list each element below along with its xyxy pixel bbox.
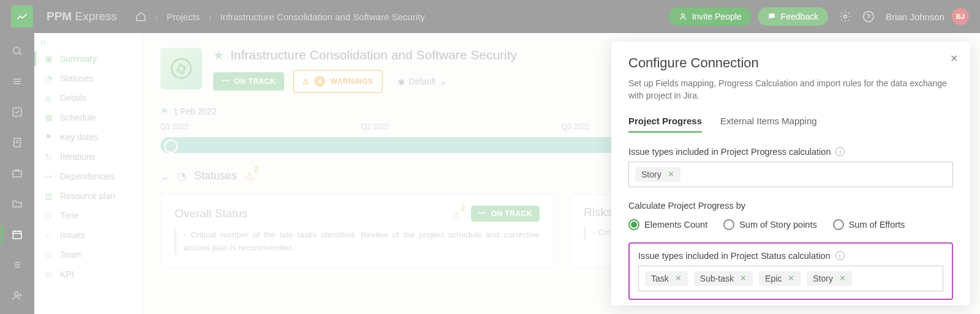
chip-epic[interactable]: Epic✕ <box>759 271 801 286</box>
collapse-sidebar-icon[interactable]: ‹‹ <box>40 37 46 47</box>
sidebar-item-label: Dependencies <box>60 171 115 181</box>
eye-icon: ◉ <box>398 77 405 86</box>
svg-point-2 <box>864 12 874 22</box>
sidebar-item-statuses[interactable]: ◔Statuses <box>34 69 143 88</box>
user-name[interactable]: Brian Johnson <box>886 12 944 22</box>
chevron-down-icon[interactable]: ⌄ <box>160 170 170 183</box>
summary-icon: ▣ <box>43 54 54 64</box>
invite-people-button[interactable]: Invite People <box>669 7 752 26</box>
warnings-count: 4 <box>314 76 325 87</box>
sidebar-item-summary[interactable]: ▣Summary <box>34 49 143 69</box>
sidebar-item-label: KPI <box>60 269 74 279</box>
sidebar-item-team[interactable]: ☺Team <box>34 245 143 264</box>
radio-story-points[interactable]: Sum of Story points <box>723 219 817 230</box>
chat-icon <box>767 12 776 21</box>
sidebar-item-label: Summary <box>60 54 97 64</box>
tab-project-progress[interactable]: Project Progress <box>628 116 702 133</box>
chevron-right-icon: › <box>208 12 211 22</box>
project-icon <box>160 48 202 89</box>
quarter-label: Q2 2022 <box>361 122 562 131</box>
chip-task[interactable]: Task✕ <box>645 271 688 286</box>
chip-story[interactable]: Story✕ <box>635 167 680 182</box>
rail-doc[interactable] <box>10 136 24 149</box>
sidebar-item-label: Schedule <box>60 113 96 122</box>
sidebar-item-issues[interactable]: ☆Issues <box>34 225 143 245</box>
sidebar-item-kpi[interactable]: ◎KPI <box>34 264 143 284</box>
sidebar-item-keydates[interactable]: ⚑Key dates <box>34 127 143 147</box>
remove-icon[interactable]: ✕ <box>740 274 747 283</box>
breadcrumb-current: Infrastructure Consolidation and Softwar… <box>220 12 424 22</box>
svg-point-9 <box>172 59 191 78</box>
remove-icon[interactable]: ✕ <box>839 274 846 283</box>
brand: PPM Express <box>47 10 117 23</box>
sidebar-item-label: Team <box>60 250 81 260</box>
rail-check[interactable] <box>10 105 24 119</box>
sidebar-item-details[interactable]: ≣Details <box>34 88 143 108</box>
sidebar-item-resource[interactable]: ▥Resource plan <box>34 186 143 206</box>
grid-icon: ▥ <box>43 191 54 201</box>
person-icon <box>679 12 687 21</box>
view-dropdown[interactable]: ◉ Default ⌄ <box>398 77 447 86</box>
rail-calendar[interactable] <box>10 228 24 241</box>
settings-icon[interactable] <box>839 10 851 23</box>
status-types-highlight: Issue types included in Project Status c… <box>628 242 953 300</box>
sidebar-item-label: Issues <box>60 230 85 240</box>
radio-sum-efforts[interactable]: Sum of Efforts <box>833 219 905 230</box>
sidebar-item-label: Iterations <box>60 152 96 162</box>
sidebar-item-time[interactable]: ◷Time <box>34 206 143 225</box>
card-status-pill[interactable]: 〰 ON TRACK <box>471 206 540 222</box>
svg-point-1 <box>844 15 847 18</box>
radio-elements-count[interactable]: Elements Count <box>628 219 707 230</box>
app-logo[interactable] <box>11 6 33 28</box>
rail-list[interactable] <box>10 258 24 272</box>
rail-search[interactable] <box>10 44 24 58</box>
clock-icon: ◷ <box>43 211 54 220</box>
avatar[interactable]: BJ <box>952 8 969 25</box>
status-pill-ontrack[interactable]: 〰 ON TRACK <box>213 72 284 91</box>
remove-icon[interactable]: ✕ <box>675 274 682 283</box>
panel-title: Configure Connection <box>628 55 953 71</box>
sidebar-item-label: Details <box>60 93 86 103</box>
close-icon[interactable]: ✕ <box>950 53 958 64</box>
configure-connection-panel: ✕ Configure Connection Set up Fields map… <box>611 42 970 305</box>
feedback-button[interactable]: Feedback <box>758 7 828 26</box>
sidebar-item-label: Resource plan <box>60 191 115 201</box>
svg-rect-4 <box>13 108 21 116</box>
help-icon[interactable] <box>862 10 875 23</box>
remove-icon[interactable]: ✕ <box>788 274 794 283</box>
info-icon[interactable]: i <box>835 147 845 156</box>
rail-user[interactable] <box>10 289 24 302</box>
status-types-input[interactable]: Task✕ Sub-task✕ Epic✕ Story✕ <box>638 266 943 291</box>
details-icon: ≣ <box>43 93 54 103</box>
svg-point-8 <box>15 292 18 296</box>
team-icon: ☺ <box>43 250 54 260</box>
chevron-right-icon: › <box>155 12 158 22</box>
rail-menu[interactable] <box>10 75 24 88</box>
progress-types-input[interactable]: Story✕ <box>628 162 953 187</box>
svg-point-0 <box>681 13 684 17</box>
sidebar-item-label: Statuses <box>60 73 93 83</box>
warning-icon: ⚠ <box>303 77 310 86</box>
sidebar-item-iterations[interactable]: ↻Iterations <box>34 147 143 166</box>
favorite-star-icon[interactable]: ★ <box>213 48 224 62</box>
sidebar-item-label: Key dates <box>60 132 98 142</box>
remove-icon[interactable]: ✕ <box>668 170 674 179</box>
radio-icon <box>833 219 844 230</box>
field-label-calc: Calculate Project Progress by <box>628 201 953 211</box>
breadcrumb-projects[interactable]: Projects <box>167 12 200 22</box>
rail-folder[interactable] <box>10 197 24 211</box>
project-title: Infrastructure Consolidation and Softwar… <box>230 48 517 62</box>
home-icon[interactable] <box>135 11 146 22</box>
section-title: Statuses <box>194 170 237 182</box>
warnings-pill[interactable]: ⚠ 4 WARNINGS <box>293 70 383 93</box>
sidebar-item-dependencies[interactable]: ⇢Dependencies <box>34 166 143 186</box>
chip-subtask[interactable]: Sub-task✕ <box>694 271 753 286</box>
sidebar-item-schedule[interactable]: ▦Schedule <box>34 108 143 127</box>
chip-story[interactable]: Story✕ <box>807 271 852 286</box>
warning-icon: ⚠2 <box>244 169 258 183</box>
info-icon[interactable]: i <box>835 251 845 260</box>
rail-briefcase[interactable] <box>10 166 24 180</box>
loop-icon: ↻ <box>43 152 54 162</box>
tab-external-items[interactable]: External Items Mapping <box>720 116 817 133</box>
svg-rect-6 <box>13 171 21 177</box>
